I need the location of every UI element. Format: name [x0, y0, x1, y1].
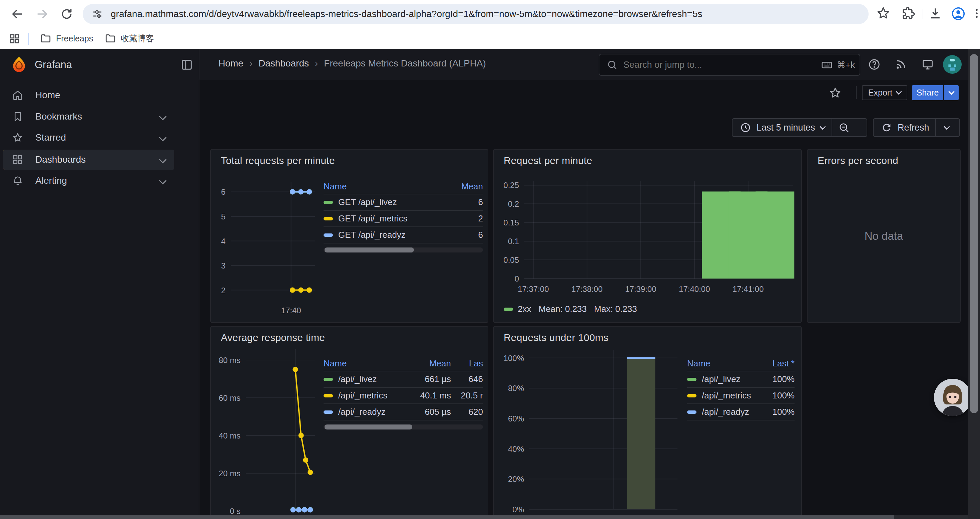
legend-row[interactable]: /api/_livez661 µs646: [323, 371, 483, 388]
series-swatch: [323, 217, 333, 220]
legend-column-header[interactable]: Name: [687, 358, 754, 369]
bookmark-folder-freeleaps[interactable]: Freeleaps: [35, 31, 98, 46]
sidebar-item-bookmarks[interactable]: Bookmarks: [3, 107, 174, 126]
legend-row[interactable]: /api/_metrics40.1 ms20.5 r: [323, 388, 483, 404]
chevron-down-icon[interactable]: [159, 177, 167, 185]
legend-scrollbar-thumb[interactable]: [325, 248, 414, 252]
share-menu-button[interactable]: [944, 85, 959, 100]
chevron-down-icon: [948, 88, 954, 94]
legend-column-header[interactable]: Las: [451, 358, 483, 369]
legend-row[interactable]: /api/_readyz100%: [687, 404, 795, 420]
bar-chart[interactable]: 0%20%40%60%80%100%17:40: [494, 327, 801, 519]
legend-row[interactable]: /api/_readyz605 µs620: [323, 404, 483, 420]
sidebar-item-starred[interactable]: Starred: [3, 128, 174, 148]
reload-icon[interactable]: [57, 5, 76, 23]
search-box[interactable]: ⌘+k: [599, 54, 860, 76]
chevron-down-icon[interactable]: [159, 113, 167, 121]
time-range-group: Last 5 minutes: [732, 118, 867, 137]
vertical-scrollbar-thumb[interactable]: [970, 54, 978, 413]
legend-row[interactable]: /api/_metrics100%: [687, 388, 795, 404]
apps-grid-icon[interactable]: [9, 33, 21, 45]
url-input[interactable]: [110, 8, 835, 20]
legend-row[interactable]: /api/_livez100%: [687, 371, 795, 388]
legend-column-header[interactable]: Name: [323, 358, 401, 369]
breadcrumb-home[interactable]: Home: [218, 58, 243, 69]
export-button[interactable]: Export: [862, 85, 907, 100]
refresh-interval-button[interactable]: [936, 119, 958, 136]
bell-icon: [12, 175, 23, 186]
series-value: 100%: [754, 390, 795, 401]
search-input[interactable]: [623, 59, 797, 70]
sidebar-item-home[interactable]: Home: [3, 85, 174, 105]
legend-header: NameLast *: [687, 356, 795, 371]
dock-sidebar-icon[interactable]: [180, 58, 194, 72]
time-range-picker[interactable]: Last 5 minutes: [732, 119, 832, 136]
series-value: 605 µs: [401, 407, 451, 417]
site-settings-icon[interactable]: [91, 8, 103, 20]
svg-text:17:39:00: 17:39:00: [625, 284, 656, 294]
svg-text:17:40:00: 17:40:00: [679, 284, 710, 294]
help-icon[interactable]: [868, 58, 881, 71]
actions-divider: [856, 86, 857, 99]
sidebar-item-label: Alerting: [35, 175, 67, 186]
bookmark-folder-label: 收藏博客: [121, 33, 154, 44]
breadcrumb-dashboards[interactable]: Dashboards: [259, 58, 309, 69]
sidebar-item-alerting[interactable]: Alerting: [3, 171, 174, 191]
bookmark-folder-blogs[interactable]: 收藏博客: [100, 31, 159, 46]
legend-column-header[interactable]: Last *: [754, 358, 795, 369]
browser-menu-icon[interactable]: [970, 7, 980, 19]
series-swatch: [323, 378, 333, 381]
bookmark-folder-label: Freeleaps: [56, 34, 93, 43]
news-rss-icon[interactable]: [895, 58, 907, 71]
legend-scrollbar[interactable]: [323, 425, 483, 430]
legend-scrollbar[interactable]: [323, 248, 483, 252]
svg-text:0.15: 0.15: [503, 218, 519, 227]
panel-requests-under-100ms: Requests under 100ms 0%20%40%60%80%100%1…: [493, 326, 802, 519]
refresh-button[interactable]: Refresh: [873, 119, 935, 136]
downloads-icon[interactable]: [928, 6, 943, 21]
zoom-out-time-button[interactable]: [832, 119, 856, 136]
profile-icon[interactable]: [951, 6, 966, 21]
legend-column-header[interactable]: Mean: [401, 358, 451, 369]
series-name: /api/_livez: [702, 374, 754, 385]
legend-scrollbar-thumb[interactable]: [325, 425, 412, 430]
user-avatar[interactable]: [943, 55, 962, 74]
series-swatch: [504, 308, 513, 311]
panel-legend-table: NameLast */api/_livez100%/api/_metrics10…: [687, 356, 795, 420]
export-label: Export: [868, 88, 892, 97]
panel-errors-per-second: Errors per second No data: [807, 149, 961, 323]
legend-row[interactable]: GET /api/_livez6: [323, 194, 483, 211]
favorite-dashboard-icon[interactable]: [829, 86, 842, 99]
svg-text:20%: 20%: [508, 474, 524, 484]
chevron-down-icon[interactable]: [159, 156, 167, 164]
panel-total-requests-per-minute: Total requests per minute 2345617:40 Nam…: [210, 149, 488, 323]
chevron-down-icon[interactable]: [159, 134, 167, 142]
breadcrumb-separator: ›: [250, 58, 253, 69]
display-icon[interactable]: [921, 58, 934, 71]
horizontal-scrollbar-thumb[interactable]: [0, 515, 894, 519]
series-value: 6: [443, 230, 483, 240]
legend-header: NameMeanLas: [323, 356, 483, 371]
legend-column-header[interactable]: Mean: [443, 181, 483, 192]
floating-avatar[interactable]: [934, 379, 971, 416]
share-button[interactable]: Share: [912, 85, 943, 100]
legend-row[interactable]: GET /api/_readyz6: [323, 227, 483, 243]
bar-chart[interactable]: 00.050.10.150.20.2517:37:0017:38:0017:39…: [494, 150, 801, 322]
forward-icon[interactable]: [33, 5, 51, 23]
series-name: /api/_metrics: [702, 390, 754, 401]
sidebar-item-label: Home: [35, 90, 60, 101]
search-icon: [607, 59, 617, 70]
extensions-icon[interactable]: [900, 6, 915, 21]
legend-item-2xx[interactable]: 2xx: [504, 304, 531, 314]
legend-max: Max: 0.233: [594, 304, 637, 314]
series-name: GET /api/_metrics: [338, 213, 443, 224]
url-bar[interactable]: [83, 4, 869, 24]
sidebar-item-dashboards[interactable]: Dashboards: [3, 150, 174, 170]
home-icon: [12, 89, 23, 101]
legend-row[interactable]: GET /api/_metrics2: [323, 211, 483, 227]
bookmark-page-icon[interactable]: [876, 6, 891, 21]
legend-column-header[interactable]: Name: [323, 181, 443, 192]
grafana-logo[interactable]: [11, 56, 27, 73]
svg-text:100%: 100%: [504, 354, 524, 363]
back-icon[interactable]: [8, 5, 27, 23]
